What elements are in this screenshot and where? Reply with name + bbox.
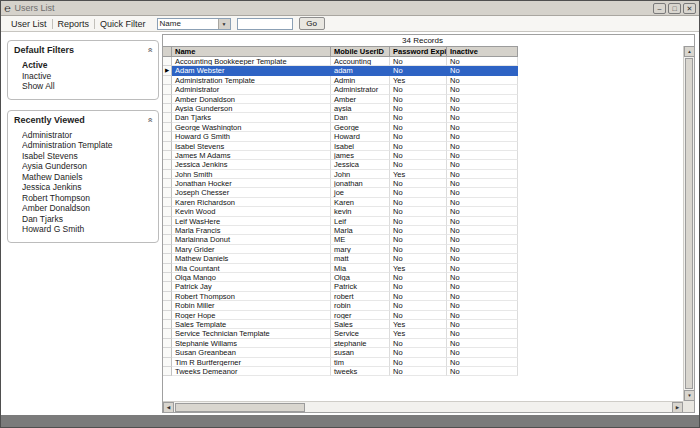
row-pointer-icon[interactable]: ▶ xyxy=(163,66,172,75)
column-header-name[interactable]: Name xyxy=(172,46,331,57)
table-row[interactable]: James M AdamsjamesNoNo xyxy=(163,151,518,160)
row-selector[interactable] xyxy=(163,151,172,160)
row-selector[interactable] xyxy=(163,273,172,282)
sidebar-item-inactive[interactable]: Inactive xyxy=(22,71,158,82)
minimize-icon[interactable]: – xyxy=(653,3,666,14)
table-row[interactable]: Robin MillerrobinNoNo xyxy=(163,301,518,310)
sidebar-item-administration-template[interactable]: Administration Template xyxy=(22,140,158,151)
horizontal-scroll-thumb[interactable] xyxy=(175,403,305,412)
sidebar-item-mathew-daniels[interactable]: Mathew Daniels xyxy=(22,172,158,183)
row-selector[interactable] xyxy=(163,132,172,141)
table-row[interactable]: Olga MangoOlgaNoNo xyxy=(163,273,518,282)
table-row[interactable]: ▶Adam WebsteradamNoNo xyxy=(163,66,518,75)
row-selector[interactable] xyxy=(163,57,172,66)
row-selector[interactable] xyxy=(163,142,172,151)
row-selector[interactable] xyxy=(163,76,172,85)
table-row[interactable]: Sales TemplateSalesYesNo xyxy=(163,320,518,329)
vertical-scroll-thumb[interactable] xyxy=(685,58,693,389)
table-row[interactable]: Susan GreanbeansusanNoNo xyxy=(163,348,518,357)
table-row[interactable]: Service Technician TemplateServiceYesNo xyxy=(163,329,518,338)
sidebar-item-howard-g-smith[interactable]: Howard G Smith xyxy=(22,224,158,235)
sidebar-item-jessica-jenkins[interactable]: Jessica Jenkins xyxy=(22,182,158,193)
sidebar-item-amber-donaldson[interactable]: Amber Donaldson xyxy=(22,203,158,214)
table-row[interactable]: Patrick JayPatrickNoNo xyxy=(163,282,518,291)
row-selector[interactable] xyxy=(163,301,172,310)
table-row[interactable]: AdministratorAdministratorNoNo xyxy=(163,85,518,94)
sidebar-item-robert-thompson[interactable]: Robert Thompson xyxy=(22,193,158,204)
row-selector[interactable] xyxy=(163,160,172,169)
table-row[interactable]: George WashingtonGeorgeNoNo xyxy=(163,123,518,132)
row-selector[interactable] xyxy=(163,311,172,320)
table-row[interactable]: Accounting Bookkeeper TemplateAccounting… xyxy=(163,57,518,66)
collapse-icon[interactable]: » xyxy=(145,117,153,122)
collapse-icon[interactable]: » xyxy=(145,47,153,52)
table-row[interactable]: Marlainna DonutMENoNo xyxy=(163,235,518,244)
table-row[interactable]: Joseph ChesserjoeNoNo xyxy=(163,188,518,197)
sidebar-item-show-all[interactable]: Show All xyxy=(22,81,158,92)
table-row[interactable]: Tim R BurtfergernertimNoNo xyxy=(163,358,518,367)
maximize-icon[interactable]: □ xyxy=(668,3,681,14)
table-row[interactable]: Mathew DanielsmattNoNo xyxy=(163,254,518,263)
row-selector[interactable] xyxy=(163,367,172,376)
row-selector[interactable] xyxy=(163,113,172,122)
chevron-down-icon[interactable]: ▼ xyxy=(218,19,230,29)
row-selector[interactable] xyxy=(163,348,172,357)
row-selector[interactable] xyxy=(163,95,172,104)
row-selector[interactable] xyxy=(163,254,172,263)
table-row[interactable]: Leif WasHereLeifNoNo xyxy=(163,217,518,226)
go-button[interactable]: Go xyxy=(299,17,325,30)
sidebar-item-dan-tjarks[interactable]: Dan Tjarks xyxy=(22,214,158,225)
row-selector[interactable] xyxy=(163,235,172,244)
column-header-inactive[interactable]: Inactive xyxy=(447,46,518,57)
row-selector[interactable] xyxy=(163,245,172,254)
row-selector[interactable] xyxy=(163,339,172,348)
sidebar-item-active[interactable]: Active xyxy=(22,60,158,71)
sidebar-item-isabel-stevens[interactable]: Isabel Stevens xyxy=(22,151,158,162)
table-row[interactable]: Tweeks DemeanortweeksNoNo xyxy=(163,367,518,376)
row-selector[interactable] xyxy=(163,85,172,94)
table-row[interactable]: Administration TemplateAdminYesNo xyxy=(163,76,518,85)
quick-filter-field-select[interactable]: Name ▼ xyxy=(157,18,231,30)
row-selector[interactable] xyxy=(163,217,172,226)
quick-filter-input[interactable] xyxy=(237,18,293,30)
row-selector[interactable] xyxy=(163,282,172,291)
row-selector[interactable] xyxy=(163,329,172,338)
table-row[interactable]: Robert ThompsonrobertNoNo xyxy=(163,292,518,301)
row-selector[interactable] xyxy=(163,358,172,367)
row-selector[interactable] xyxy=(163,320,172,329)
row-selector[interactable] xyxy=(163,104,172,113)
table-row[interactable]: Jessica JenkinsJessicaNoNo xyxy=(163,160,518,169)
title-bar[interactable]: ℮ Users List – □ ✕ xyxy=(1,1,699,16)
table-row[interactable]: Mia CountantMiaYesNo xyxy=(163,264,518,273)
scroll-right-icon[interactable]: ▶ xyxy=(672,402,683,413)
vertical-scrollbar[interactable]: ▲ ▼ xyxy=(683,46,694,401)
close-icon[interactable]: ✕ xyxy=(683,3,696,14)
column-header-password-expires[interactable]: Password Expires xyxy=(390,46,447,57)
table-row[interactable]: Karen RichardsonKarenNoNo xyxy=(163,198,518,207)
row-selector[interactable] xyxy=(163,188,172,197)
row-selector[interactable] xyxy=(163,170,172,179)
table-row[interactable]: Amber DonaldsonAmberNoNo xyxy=(163,95,518,104)
menu-quick-filter[interactable]: Quick Filter xyxy=(95,19,151,29)
row-selector[interactable] xyxy=(163,179,172,188)
row-selector[interactable] xyxy=(163,292,172,301)
sidebar-item-aysia-gunderson[interactable]: Aysia Gunderson xyxy=(22,161,158,172)
column-header-mobile-userid[interactable]: Mobile UserID xyxy=(331,46,390,57)
table-row[interactable]: Howard G SmithHowardNoNo xyxy=(163,132,518,141)
table-row[interactable]: Kevin WoodkevinNoNo xyxy=(163,207,518,216)
sidebar-item-administrator[interactable]: Administrator xyxy=(22,130,158,141)
table-row[interactable]: Roger HoperogerNoNo xyxy=(163,311,518,320)
scroll-left-icon[interactable]: ◀ xyxy=(163,402,174,413)
table-row[interactable]: John SmithJohnYesNo xyxy=(163,170,518,179)
row-selector[interactable] xyxy=(163,198,172,207)
menu-reports[interactable]: Reports xyxy=(53,19,95,29)
table-row[interactable]: Dan TjarksDanNoNo xyxy=(163,113,518,122)
table-row[interactable]: Jonathan HockerjonathanNoNo xyxy=(163,179,518,188)
table-row[interactable]: Aysia GundersonaysiaNoNo xyxy=(163,104,518,113)
table-row[interactable]: Marla FrancisMarlaNoNo xyxy=(163,226,518,235)
menu-user-list[interactable]: User List xyxy=(6,19,52,29)
horizontal-scrollbar[interactable]: ◀ ▶ xyxy=(163,401,683,412)
row-selector[interactable] xyxy=(163,226,172,235)
row-selector[interactable] xyxy=(163,264,172,273)
table-row[interactable]: Isabel StevensIsabelNoNo xyxy=(163,142,518,151)
